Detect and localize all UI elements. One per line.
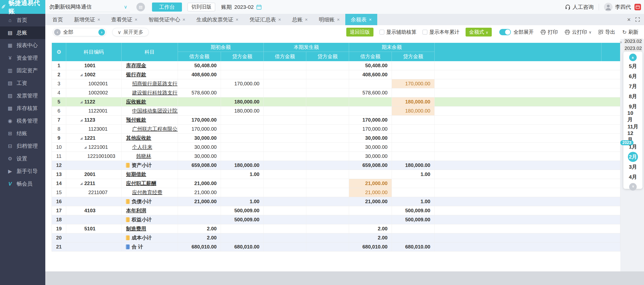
- checkbox-icon[interactable]: [423, 30, 427, 34]
- account-name-link[interactable]: 银行存款: [126, 71, 146, 78]
- sidebar-item-设置[interactable]: ⚙设置: [0, 152, 45, 165]
- table-row[interactable]: 20成本小计2.002.00: [52, 233, 620, 242]
- month-item-7月[interactable]: 7月: [627, 81, 638, 91]
- scroll-months-down-button[interactable]: «: [629, 183, 637, 191]
- expand-triangle-icon[interactable]: ◢: [80, 100, 84, 104]
- table-row[interactable]: 21合 计680,010.00680,010.00680,010.00680,0…: [52, 242, 620, 252]
- account-name-link[interactable]: 其他应收款: [126, 135, 151, 141]
- month-item-4月[interactable]: 4月: [627, 172, 638, 182]
- table-row[interactable]: 111221001003韩晓林30,000.0030,000.00: [52, 152, 620, 161]
- tab-凭证汇总表[interactable]: 凭证汇总表×: [244, 14, 286, 25]
- table-row[interactable]: 14◢2211应付职工薪酬21,000.0021,000.00: [52, 179, 620, 188]
- print-button[interactable]: 打印: [541, 29, 558, 35]
- scroll-months-up-button[interactable]: «: [629, 54, 637, 61]
- table-row[interactable]: 41002002建设银行科技路支行578,600.00578,600.00: [52, 88, 620, 97]
- account-name-link[interactable]: 制造费用: [126, 225, 146, 232]
- close-tab-icon[interactable]: ×: [135, 17, 137, 22]
- table-row[interactable]: 174103本年利润500,009.00500,009.00: [52, 206, 620, 215]
- refresh-button[interactable]: ↻ 刷新: [622, 29, 638, 35]
- table-row[interactable]: 132001短期借款1.001.00: [52, 170, 620, 179]
- tab-首页[interactable]: 首页: [47, 14, 68, 25]
- month-item-6月[interactable]: 6月: [627, 71, 638, 81]
- fullscreen-icon[interactable]: [635, 17, 640, 22]
- sidebar-item-资金管理[interactable]: ¥资金管理: [0, 52, 45, 64]
- sidebar-item-库存核算[interactable]: ▩库存核算: [0, 102, 45, 115]
- table-row[interactable]: 195101制造费用2.002.00: [52, 224, 620, 233]
- expand-triangle-icon[interactable]: ◢: [80, 182, 84, 185]
- sidebar-item-总账[interactable]: ▤总账: [0, 26, 45, 39]
- expand-triangle-icon[interactable]: ◢: [80, 136, 84, 140]
- table-row[interactable]: 152211007应付教育经费21,000.0021,000.00: [52, 188, 620, 197]
- table-row[interactable]: 5◢1122应收账款180,000.00180,000.00: [52, 97, 620, 106]
- notification-icon[interactable]: [634, 4, 641, 10]
- expand-more-button[interactable]: ∨ 展开更多: [112, 28, 149, 36]
- account-name-link[interactable]: 应付教育经费: [132, 189, 162, 196]
- account-name-link[interactable]: 韩晓林: [136, 153, 151, 160]
- close-tab-icon[interactable]: ×: [305, 17, 308, 22]
- account-name-link[interactable]: 建设银行科技路支行: [132, 89, 177, 96]
- collapse-panel-icon[interactable]: »: [620, 40, 622, 45]
- table-row[interactable]: 7◢1123预付账款170,000.00170,000.00: [52, 116, 620, 125]
- tab-新增凭证[interactable]: 新增凭证×: [68, 14, 106, 25]
- account-name-link[interactable]: 应收账款: [126, 98, 146, 105]
- chevron-left-icon[interactable]: ‹: [54, 29, 61, 35]
- sidebar-item-新手引导[interactable]: ▶新手引导: [0, 165, 45, 177]
- show-ytd-checkbox[interactable]: 显示本年累计: [423, 29, 460, 35]
- subject-filter[interactable]: ‹ 全部 ›: [53, 28, 106, 36]
- table-row[interactable]: 18权益小计500,009.00500,009.00: [52, 215, 620, 224]
- tab-生成的发票凭证[interactable]: 生成的发票凭证×: [191, 14, 244, 25]
- account-name-link[interactable]: 本年利润: [126, 207, 146, 214]
- tab-智能凭证中心[interactable]: 智能凭证中心×: [143, 14, 191, 25]
- close-tab-icon[interactable]: ×: [236, 17, 238, 22]
- period-chip-top[interactable]: 2023.02: [624, 38, 642, 44]
- show-auxiliary-checkbox[interactable]: 显示辅助核算: [380, 29, 416, 35]
- checkbox-icon[interactable]: [380, 30, 384, 34]
- close-tab-icon[interactable]: ×: [369, 17, 372, 22]
- sidebar-item-税务管理[interactable]: ◉税务管理: [0, 115, 45, 127]
- table-row[interactable]: 31002001招商银行唐延路支行170,000.00170,000.00: [52, 79, 620, 88]
- workbench-button[interactable]: 工作台: [152, 3, 182, 12]
- account-name-link[interactable]: 短期借款: [126, 171, 146, 178]
- sidebar-item-归档管理[interactable]: ⊟归档管理: [0, 140, 45, 152]
- document-icon[interactable]: ▤: [136, 3, 145, 11]
- export-button[interactable]: 导出: [598, 29, 615, 35]
- tab-明细账[interactable]: 明细账×: [313, 14, 345, 25]
- account-name-link[interactable]: 库存现金: [126, 62, 146, 69]
- month-item-8月[interactable]: 8月: [627, 91, 638, 101]
- sidebar-item-首页[interactable]: ⌂首页: [0, 14, 45, 26]
- close-tab-icon[interactable]: ×: [97, 17, 100, 22]
- sidebar-item-工资[interactable]: ▧工资: [0, 77, 45, 89]
- sidebar-item-报表中心[interactable]: ▦报表中心: [0, 39, 45, 52]
- month-item-2月[interactable]: 2月: [628, 152, 638, 162]
- table-row[interactable]: 9◢1221其他应收款30,000.0030,000.00: [52, 134, 620, 143]
- account-name-link[interactable]: 招商银行唐延路支行: [132, 80, 177, 87]
- account-name-link[interactable]: 中国移动集团设计院有限公司陕: [132, 108, 178, 114]
- tab-查看凭证[interactable]: 查看凭证×: [106, 14, 143, 25]
- support-link[interactable]: 人工咨询: [565, 4, 594, 11]
- sidebar-item-结账[interactable]: ⊞结账: [0, 127, 45, 140]
- user-menu[interactable]: 李四代: [604, 3, 631, 11]
- period-chip-bottom[interactable]: 2023.02: [624, 45, 642, 51]
- table-row[interactable]: 10◢1221001个人往来30,000.0030,000.00: [52, 143, 620, 152]
- table-row[interactable]: 12资产小计659,008.00180,000.00659,008.00180,…: [52, 161, 620, 170]
- tab-总账[interactable]: 总账×: [287, 14, 313, 25]
- sidebar-item-发票管理[interactable]: ▨发票管理: [0, 89, 45, 102]
- table-row[interactable]: 11001库存现金50,408.0050,408.00: [52, 61, 620, 70]
- cloud-print-button[interactable]: 云打印 ∨: [565, 29, 591, 35]
- account-name-link[interactable]: 应付职工薪酬: [126, 180, 156, 187]
- month-item-5月[interactable]: 5月: [627, 61, 638, 71]
- month-item-3月[interactable]: 3月: [627, 162, 638, 172]
- amount-style-button[interactable]: 金额式 ∨: [466, 28, 492, 37]
- sidebar-item-畅会员[interactable]: V畅会员: [0, 177, 45, 190]
- account-name-link[interactable]: 广州联志工程有限公司: [132, 126, 178, 132]
- close-all-tabs-icon[interactable]: ×: [627, 17, 631, 23]
- table-row[interactable]: 16负债小计21,000.001.0021,000.001.00: [52, 197, 620, 206]
- month-item-10月[interactable]: 10月: [627, 112, 638, 122]
- table-row[interactable]: 2◢1002银行存款408,600.00408,600.00: [52, 70, 620, 79]
- close-tab-icon[interactable]: ×: [278, 17, 281, 22]
- close-tab-icon[interactable]: ×: [337, 17, 340, 22]
- gear-icon[interactable]: ⚙: [56, 49, 61, 55]
- expand-all-toggle[interactable]: [499, 29, 511, 35]
- table-row[interactable]: 81123001广州联志工程有限公司170,000.00170,000.00: [52, 125, 620, 134]
- expand-triangle-icon[interactable]: ◢: [80, 118, 84, 122]
